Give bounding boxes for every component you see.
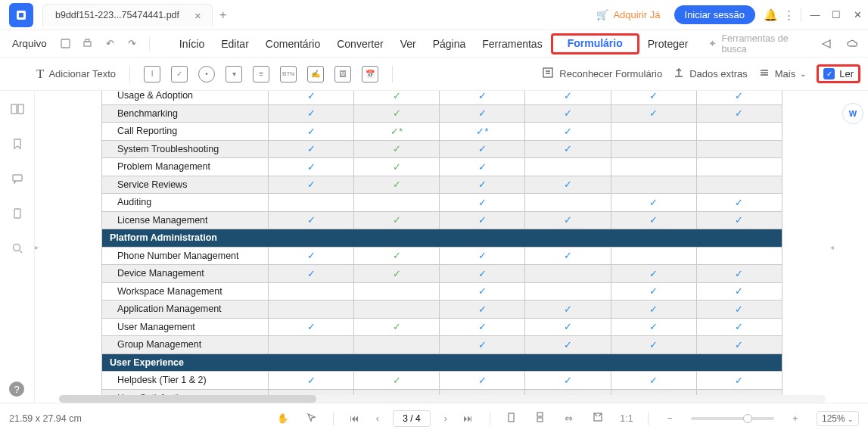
acquire-link[interactable]: 🛒 Adquirir Já <box>589 9 667 20</box>
share-icon[interactable] <box>817 34 836 54</box>
new-tab-button[interactable]: + <box>213 8 234 23</box>
redo-icon[interactable]: ↷ <box>123 34 142 54</box>
cell <box>696 158 782 176</box>
cell <box>525 282 611 301</box>
cell: ✓ <box>611 282 696 301</box>
print-icon[interactable] <box>78 34 97 54</box>
date-field-icon[interactable]: 📅 <box>362 66 378 83</box>
image-field-icon[interactable]: 🖼 <box>334 66 351 83</box>
more-lines-icon <box>758 67 770 81</box>
menu-página[interactable]: Página <box>425 33 474 54</box>
checked-icon: ✓ <box>823 68 835 79</box>
text-field-icon[interactable]: I <box>144 66 160 83</box>
cell: ✓ <box>611 104 696 123</box>
fit-page-icon[interactable] <box>590 412 605 425</box>
undo-icon[interactable]: ↶ <box>100 34 119 54</box>
read-toggle[interactable]: ✓ Ler <box>817 64 860 83</box>
thumbnails-icon[interactable] <box>10 101 25 117</box>
radio-icon[interactable]: • <box>198 66 215 83</box>
continuous-icon[interactable] <box>533 412 548 425</box>
maximize-button[interactable]: ☐ <box>826 0 847 30</box>
menu-ferramentas[interactable]: Ferramentas <box>474 33 550 54</box>
menu-editar[interactable]: Editar <box>213 33 257 54</box>
cell <box>269 194 354 212</box>
recognize-form-button[interactable]: Reconhecer Formulário <box>541 66 662 82</box>
notifications-icon[interactable]: 🔔 <box>761 8 779 22</box>
cell <box>611 123 696 141</box>
next-page-icon[interactable]: › <box>438 413 453 424</box>
button-field-icon[interactable]: BTN <box>280 66 297 83</box>
expand-right-icon[interactable]: ◂ <box>830 91 836 403</box>
more-icon[interactable]: ⋮ <box>779 8 798 22</box>
svg-rect-12 <box>537 413 543 416</box>
document-viewport[interactable]: Usage & Adoption✓✓✓✓✓✓Benchmarking✓✓✓✓✓✓… <box>41 91 830 403</box>
word-export-icon[interactable]: W <box>842 103 863 124</box>
dropdown-icon[interactable]: ▾ <box>226 66 242 83</box>
menu-ver[interactable]: Ver <box>392 33 425 54</box>
cell: ✓ <box>696 318 782 336</box>
horizontal-scrollbar[interactable] <box>59 395 826 403</box>
cell: ✓ <box>269 176 354 194</box>
single-page-icon[interactable] <box>504 412 519 425</box>
section-header: User Experience <box>102 353 782 372</box>
row-label: Usage & Adoption <box>102 91 269 104</box>
close-tab-icon[interactable]: × <box>194 9 201 22</box>
save-icon[interactable] <box>56 34 75 54</box>
zoom-out-icon[interactable]: − <box>662 413 677 424</box>
cell: ✓ <box>354 318 440 336</box>
zoom-in-icon[interactable]: + <box>788 413 803 424</box>
help-icon[interactable]: ? <box>9 382 24 397</box>
document-tab[interactable]: b9ddf151-223...75474441.pdf × <box>42 4 213 26</box>
cell: ✓ <box>440 301 525 319</box>
expand-left-icon[interactable]: ▸ <box>35 91 41 403</box>
first-page-icon[interactable]: ⏮ <box>347 413 362 424</box>
select-tool-icon[interactable] <box>304 413 319 425</box>
row-label: Problem Management <box>102 158 269 176</box>
add-text-button[interactable]: T Adicionar Texto <box>36 67 116 82</box>
close-window-button[interactable]: ✕ <box>847 0 868 30</box>
last-page-icon[interactable]: ⏭ <box>461 413 476 424</box>
cell: ✓ <box>696 211 782 229</box>
extra-data-button[interactable]: Dados extras <box>673 67 748 81</box>
row-label: Call Reporting <box>102 123 269 141</box>
cell: ✓ <box>525 301 611 319</box>
prev-page-icon[interactable]: ‹ <box>370 413 385 424</box>
search-panel-icon[interactable] <box>10 241 25 256</box>
zoom-value[interactable]: 125% ⌄ <box>817 411 859 426</box>
section-header: Platform Administration <box>102 229 782 248</box>
minimize-button[interactable]: — <box>804 0 826 30</box>
menu-converter[interactable]: Converter <box>328 33 391 54</box>
cell: ✓ <box>696 91 782 104</box>
menu-proteger[interactable]: Proteger <box>639 33 697 54</box>
cell: ✓ <box>611 194 696 212</box>
cell <box>354 194 440 212</box>
zoom-slider[interactable] <box>691 417 774 420</box>
file-menu[interactable]: Arquivo <box>6 35 53 52</box>
signin-button[interactable]: Iniciar sessão <box>674 5 755 24</box>
menu-comentário[interactable]: Comentário <box>257 33 328 54</box>
checkbox-icon[interactable]: ✓ <box>171 66 188 83</box>
cell: ✓ <box>269 247 354 265</box>
cell: ✓ <box>525 211 611 229</box>
menu-formulário[interactable]: Formulário <box>551 33 639 54</box>
cell: ✓ <box>696 336 782 354</box>
row-label: Benchmarking <box>102 104 269 123</box>
cloud-icon[interactable] <box>842 34 862 54</box>
svg-rect-8 <box>13 175 22 181</box>
tools-search[interactable]: ✦ Ferramentas de busca <box>708 33 814 54</box>
attachment-icon[interactable] <box>10 206 25 221</box>
cell: ✓ <box>354 372 440 390</box>
hand-tool-icon[interactable]: ✋ <box>275 413 291 424</box>
page-input[interactable] <box>393 410 431 427</box>
actual-size-icon[interactable]: 1:1 <box>619 413 634 424</box>
more-button[interactable]: Mais ⌄ <box>758 67 806 81</box>
cell <box>611 247 696 265</box>
row-label: Helpdesk (Tier 1 & 2) <box>102 372 269 390</box>
app-logo[interactable] <box>9 3 33 27</box>
menu-início[interactable]: Início <box>171 33 213 54</box>
signature-icon[interactable]: ✍ <box>307 66 324 83</box>
bookmark-icon[interactable] <box>10 136 25 151</box>
fit-width-icon[interactable]: ⇔ <box>562 413 577 424</box>
comment-panel-icon[interactable] <box>10 171 25 186</box>
list-icon[interactable]: ≡ <box>253 66 269 83</box>
